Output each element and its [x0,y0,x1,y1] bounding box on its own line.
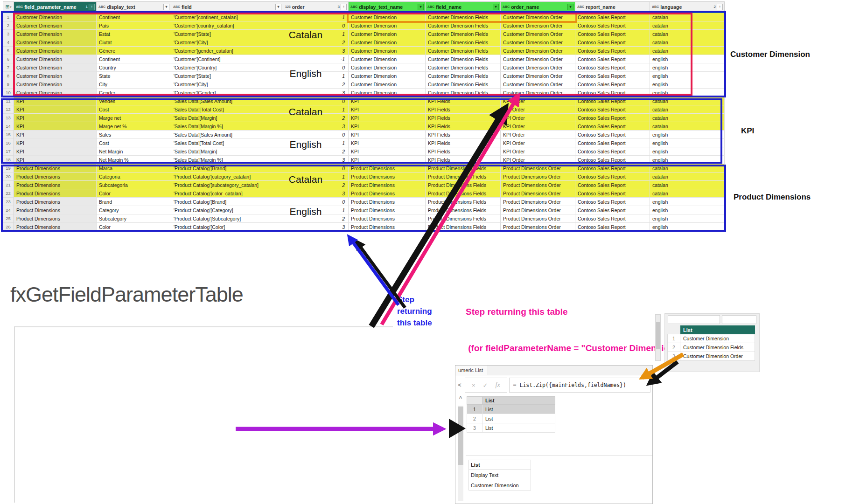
collapse-nav-icon[interactable]: < [456,382,463,388]
table-row[interactable]: 12 KPI Cost 'Sales Data'[Total Cost] 1 K… [3,105,725,114]
row-number: 20 [3,173,14,181]
cell-language: catalan [650,13,725,21]
cell-report-name: Contoso Sales Report [575,47,650,55]
code-line [21,428,393,440]
table-row[interactable]: 23 Product Dimensions Brand 'Product Cat… [3,198,725,206]
table-row[interactable]: 18 KPI Net Margin % 'Sales Data'[Margin … [3,156,725,164]
check-icon[interactable]: ✓ [483,382,488,389]
cell-field-parameter-name: Product Dimensions [14,223,97,231]
list-grid: List 1 List 2 List 3 List [467,396,555,433]
table-row[interactable]: 13 KPI Marge net 'Sales Data'[Margin] 2 … [3,114,725,122]
column-header[interactable]: ABC order_name ▾ [501,1,575,12]
column-header[interactable]: 123 order 3 ↑ [283,1,349,12]
cell-display-text: Brand [97,198,171,206]
table-row[interactable]: 16 KPI Cost 'Sales Data'[Total Cost] 1 K… [3,139,725,147]
column-label: display_text_name [359,4,403,10]
grid-row[interactable]: 2 List [467,414,555,423]
code-line [21,355,393,367]
table-row[interactable]: 5 Customer Dimension Gènere 'Customer'[g… [3,47,725,55]
scroll-up-icon[interactable]: ^ [455,395,466,401]
header-controls: ▾ [163,4,169,10]
table-row[interactable]: 24 Product Dimensions Category 'Product … [3,206,725,214]
cell-order: 0 [283,97,349,105]
cell-field-parameter-name: Customer Dimension [14,30,97,38]
cell-field: 'Sales Data'[Margin %] [171,156,283,164]
column-header[interactable]: ABC report_name [575,1,650,12]
scrollbar-thumb[interactable] [458,407,463,465]
table-row[interactable]: 26 Product Dimensions Color 'Product Cat… [3,223,725,231]
table-row[interactable]: 9 Customer Dimension City 'Customer'[Cit… [3,80,725,89]
table-row[interactable]: 21 Product Dimensions Subcategoria 'Prod… [3,181,725,189]
cell-display-text-name: KPI [349,97,426,105]
filter-dropdown-icon[interactable]: ▾ [275,4,281,10]
sort-ascending-icon[interactable]: ↑ [717,4,723,10]
formula-input[interactable]: = List.Zip({mainFields,fieldNames}) [509,378,650,393]
table-row[interactable]: 7 Customer Dimension Country 'Customer'[… [3,63,725,72]
grid-row[interactable]: 1 Customer Dimension [667,334,755,343]
grid-column-header[interactable]: List [482,396,555,405]
cell-language: english [650,198,725,206]
column-header[interactable]: ABC display_text ▾ [97,1,171,12]
filter-dropdown-icon[interactable]: ▾ [567,4,573,10]
cell-display-text: Sales [97,131,171,139]
table-row[interactable]: 11 KPI Vendes 'Sales Data'[Sales Amount]… [3,97,725,105]
scrollbar-thumb[interactable] [656,322,660,349]
code-line [21,392,393,404]
cell-field-parameter-name: Customer Dimension [14,63,97,72]
grid-row[interactable]: 1 List [467,405,555,414]
grid-row[interactable]: 3 List [467,423,555,433]
table-row[interactable]: 17 KPI Net Margin 'Sales Data'[Margin] 2… [3,147,725,156]
vertical-scrollbar[interactable] [458,406,463,501]
cell-field-parameter-name: Customer Dimension [14,38,97,47]
table-row[interactable]: 3 Customer Dimension Estat 'Customer'[St… [3,30,725,38]
table-row[interactable]: 22 Product Dimensions Color 'Product Cat… [3,189,725,198]
cell-order-name: Customer Dimension Order [501,72,575,80]
table-row[interactable]: 4 Customer Dimension Ciutat 'Customer'[C… [3,38,725,47]
filter-dropdown-icon[interactable]: ▾ [493,4,499,10]
cell-field-name: Product Dimensions Fields [426,198,501,206]
cell-order-name: Customer Dimension Order [501,13,575,21]
cell-field: 'Sales Data'[Sales Amount] [171,131,283,139]
table-row[interactable]: 8 Customer Dimension State 'Customer'[St… [3,72,725,80]
grid-row[interactable]: 2 Customer Dimension Fields [667,343,755,352]
column-header[interactable]: ABC display_text_name ▾ [349,1,426,12]
sort-ascending-icon[interactable]: ↑ [341,4,347,10]
formula-bar-row: < × ✓ fx = List.Zip({mainFields,fieldNam… [456,377,650,394]
fx-icon[interactable]: fx [496,381,500,389]
grid-corner-cell[interactable] [467,396,482,405]
column-header[interactable]: ABC field_parameter_name 1 ↑ [14,1,97,12]
table-row[interactable]: 2 Customer Dimension País 'Customer'[cou… [3,21,725,30]
table-row[interactable]: 6 Customer Dimension Continent 'Customer… [3,55,725,63]
sort-ascending-icon[interactable]: ↑ [89,4,95,10]
grid-row[interactable]: 3 Customer Dimension Order [667,352,755,361]
column-header[interactable]: ABC field_name ▾ [426,1,501,12]
filter-dropdown-icon[interactable]: ▾ [418,4,424,10]
cell-field-parameter-name: Product Dimensions [14,189,97,198]
table-row[interactable]: 10 Customer Dimension Gender 'Customer'[… [3,89,725,97]
cell-field-parameter-name: Customer Dimension [14,21,97,30]
table-row[interactable]: 15 KPI Sales 'Sales Data'[Sales Amount] … [3,131,725,139]
table-row[interactable]: 25 Product Dimensions Subcategory 'Produ… [3,214,725,223]
preview-separator [466,456,652,456]
cell-report-name: Contoso Sales Report [575,89,650,97]
cell-field-name: Product Dimensions Fields [426,189,501,198]
select-all-corner[interactable]: ⊞▾ [3,1,14,12]
column-type-icon: ABC [427,5,434,8]
table-row[interactable]: 19 Product Dimensions Marca 'Product Cat… [3,164,725,173]
column-type-icon: 123 [285,5,291,8]
column-header[interactable]: ABC field ▾ [171,1,283,12]
table-row[interactable]: 1 Customer Dimension Continent 'Customer… [3,13,725,21]
table-row[interactable]: 14 KPI Marge net % 'Sales Data'[Margin %… [3,122,725,131]
scrollbar-fragment[interactable] [655,314,661,361]
header-controls: ▾ [275,4,281,10]
cell-language: catalan [650,181,725,189]
header-controls: 1 ↑ [86,4,95,10]
table-row[interactable]: 20 Product Dimensions Categoria 'Product… [3,173,725,181]
grid-column-header[interactable]: List [680,325,755,334]
cancel-icon[interactable]: × [472,382,475,389]
filter-dropdown-icon[interactable]: ▾ [163,4,169,10]
row-number: 7 [3,63,14,72]
cell-field-parameter-name: Product Dimensions [14,206,97,214]
column-header[interactable]: ABC language 2 ↑ [650,1,725,12]
tab-numeric-list[interactable]: umeric List [455,366,488,375]
